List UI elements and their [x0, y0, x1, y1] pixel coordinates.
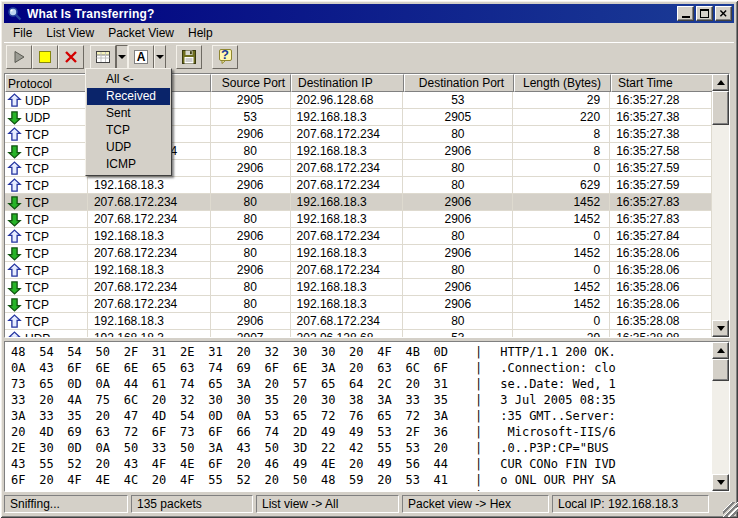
scroll-down-button[interactable] [712, 474, 729, 491]
menu-item[interactable]: File [6, 24, 39, 42]
table-row[interactable]: TCP 192.168.18.3 2906 207.68.172.234 80 … [5, 228, 712, 245]
table-row[interactable]: TCP 207.68.172.234 80 192.168.18.3 2906 … [5, 279, 712, 296]
filter-menu-item[interactable]: All <- [87, 71, 170, 88]
table-row[interactable]: TCP 207.68.172.234 80 192.168.18.3 2906 … [5, 296, 712, 313]
protocol-cell: TCP [5, 245, 88, 262]
protocol-cell: TCP [5, 160, 88, 177]
maximize-button[interactable] [696, 6, 713, 21]
start-time-cell: 16:35:27.58 [610, 143, 712, 160]
column-header-protocol[interactable]: Protocol [5, 74, 88, 92]
scrollbar-thumb[interactable] [712, 91, 729, 125]
hex-ascii-separator: | [475, 489, 482, 491]
pause-capture-button[interactable] [32, 45, 58, 69]
minimize-button[interactable] [677, 6, 694, 21]
column-header-start-time[interactable]: Start Time [611, 74, 713, 92]
table-row[interactable]: TCP 207.68.172.234 80 192.168.18.3 2906 … [5, 245, 712, 262]
packet-view-mode-button[interactable]: A [128, 45, 154, 69]
hex-line: 6F 20 4F 4E 4C 20 4F 55 52 20 50 48 59 2… [11, 473, 711, 489]
protocol-cell: TCP [5, 126, 88, 143]
source-ip-cell: 207.68.172.234 [88, 211, 211, 228]
source-port-cell: 80 [211, 245, 291, 262]
status-packet-count: 135 packets [131, 495, 253, 513]
table-row[interactable]: TCP 192.168.18.3 2906 207.68.172.234 80 … [5, 313, 712, 330]
destination-port-cell: 80 [403, 228, 513, 245]
scrollbar-thumb[interactable] [712, 359, 729, 381]
ascii-text: Microsoft-IIS/6 [500, 425, 616, 441]
list-view-filter-menu: All <- Received Sent TCP UDP ICMP [85, 68, 172, 176]
menu-item[interactable]: List View [39, 24, 101, 42]
source-port-cell: 2906 [211, 228, 291, 245]
packet-view-mode-dropdown[interactable] [154, 45, 166, 69]
direction-arrow-icon [7, 110, 22, 125]
source-port-cell: 2905 [211, 92, 291, 109]
scroll-up-button[interactable] [712, 74, 729, 91]
start-time-cell: 16:35:28.06 [610, 296, 712, 313]
table-row[interactable]: TCP 192.168.18.3 2906 207.68.172.234 80 … [5, 177, 712, 194]
filter-menu-item[interactable]: Sent [87, 105, 170, 122]
destination-port-cell: 80 [403, 177, 513, 194]
column-header-length[interactable]: Length (Bytes) [514, 74, 611, 92]
table-scrollbar[interactable] [712, 74, 729, 337]
chevron-down-icon [156, 55, 164, 59]
column-header-source-port[interactable]: Source Port [211, 74, 291, 92]
title-bar[interactable]: What Is Transferring? [4, 4, 734, 23]
minimize-icon [682, 16, 690, 18]
ascii-text: o ONL OUR PHY SA [500, 473, 616, 489]
column-header-destination-port[interactable]: Destination Port [404, 74, 514, 92]
menu-item[interactable]: Help [181, 24, 220, 42]
filter-menu-item[interactable]: ICMP [87, 156, 170, 173]
triangle-down-icon [717, 480, 725, 485]
menu-item[interactable]: Packet View [101, 24, 181, 42]
list-view-filter-button[interactable] [90, 45, 116, 69]
ascii-text: CUR CONo FIN IVD [500, 457, 616, 473]
destination-ip-cell: 192.168.18.3 [291, 211, 404, 228]
destination-ip-cell: 192.168.18.3 [291, 109, 404, 126]
start-time-cell: 16:35:28.06 [610, 279, 712, 296]
hex-bytes: 48 54 54 50 2F 31 2E 31 20 32 30 30 20 4… [11, 345, 463, 361]
ascii-text: :35 GMT..Server: [500, 409, 616, 425]
hex-scrollbar[interactable] [712, 342, 729, 491]
start-capture-button[interactable] [6, 45, 32, 69]
scroll-down-button[interactable] [712, 320, 729, 337]
hex-ascii-separator: | [475, 345, 482, 361]
direction-arrow-icon [7, 161, 22, 176]
close-button[interactable] [715, 6, 732, 21]
destination-port-cell: 2905 [403, 109, 513, 126]
direction-arrow-icon [7, 246, 22, 261]
protocol-cell: TCP [5, 279, 88, 296]
hex-ascii-separator: | [475, 393, 482, 409]
status-list-view-mode: List view -> All [256, 495, 399, 513]
list-view-filter-dropdown[interactable] [116, 45, 128, 69]
start-time-cell: 16:35:28.06 [610, 245, 712, 262]
save-button[interactable] [176, 45, 202, 69]
length-cell: 8 [513, 126, 610, 143]
close-icon [716, 7, 731, 20]
hex-line: 4D 6F 20 54 45 4C 6F 22 0D 0A 58 2D 50 6… [11, 489, 711, 491]
column-header-destination-ip[interactable]: Destination IP [291, 74, 404, 92]
yellow-square-icon [37, 49, 53, 65]
help-button[interactable]: ? [212, 45, 238, 69]
table-row[interactable]: UDP 192.168.18.3 2907 202.96.128.68 53 2… [5, 330, 712, 337]
destination-ip-cell: 202.96.128.68 [291, 330, 404, 337]
direction-arrow-icon [7, 178, 22, 193]
destination-port-cell: 80 [403, 160, 513, 177]
table-row[interactable]: TCP 207.68.172.234 80 192.168.18.3 2906 … [5, 211, 712, 228]
table-row[interactable]: TCP 207.68.172.234 80 192.168.18.3 2906 … [5, 194, 712, 211]
start-time-cell: 16:35:27.59 [610, 160, 712, 177]
stop-capture-button[interactable] [58, 45, 84, 69]
start-time-cell: 16:35:27.84 [610, 228, 712, 245]
destination-port-cell: 2906 [403, 245, 513, 262]
destination-ip-cell: 207.68.172.234 [291, 228, 404, 245]
protocol-cell: UDP [5, 92, 88, 109]
source-port-cell: 2906 [211, 177, 291, 194]
window-title: What Is Transferring? [27, 7, 675, 21]
resize-grip[interactable] [723, 502, 738, 517]
length-cell: 1452 [513, 296, 610, 313]
ascii-text: .Connection: clo [500, 361, 616, 377]
table-row[interactable]: TCP 192.168.18.3 2906 207.68.172.234 80 … [5, 262, 712, 279]
scroll-up-button[interactable] [712, 342, 729, 359]
filter-menu-item[interactable]: UDP [87, 139, 170, 156]
filter-menu-item[interactable]: TCP [87, 122, 170, 139]
source-port-cell: 2907 [211, 330, 291, 337]
filter-menu-item[interactable]: Received [87, 88, 170, 105]
